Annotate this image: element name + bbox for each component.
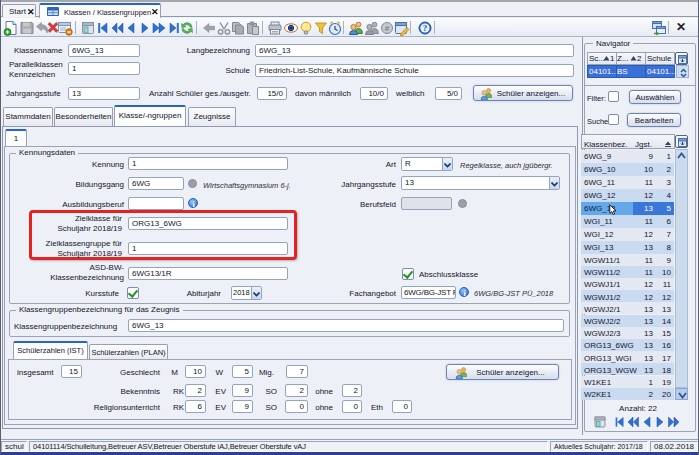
svg-text:#: #	[385, 24, 390, 33]
svg-text:?: ?	[423, 23, 428, 33]
